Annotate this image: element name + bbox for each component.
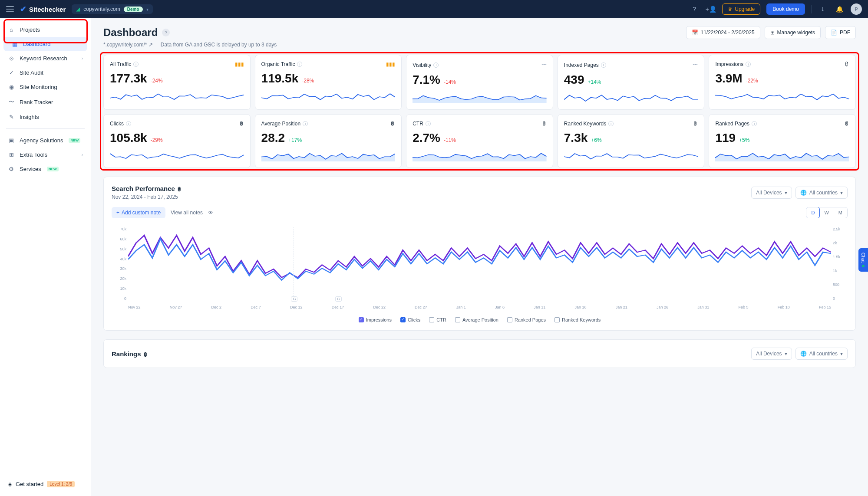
granularity-w[interactable]: W [819, 207, 833, 218]
sidebar-item-site-monitoring[interactable]: ◉Site Monitoring [0, 80, 91, 94]
info-icon[interactable]: i [752, 121, 757, 126]
help-icon[interactable]: ? [689, 4, 700, 14]
sidebar-item-dashboard[interactable]: ▦Dashboard [3, 37, 87, 51]
info-icon[interactable]: i [426, 121, 431, 126]
card-title: Impressions [715, 61, 743, 67]
legend-ctr[interactable]: CTR [429, 317, 446, 322]
info-icon[interactable]: i [297, 62, 302, 67]
sparkline [413, 93, 547, 103]
sidebar-label: Extra Tools [20, 151, 47, 158]
sparkline [715, 92, 849, 102]
sidebar-item-site-audit[interactable]: ✓Site Audit [0, 66, 91, 80]
info-icon[interactable]: i [133, 62, 139, 67]
nav-icon: ✎ [8, 114, 15, 120]
nav-icon: ⌂ [8, 26, 15, 33]
new-badge: NEW [69, 138, 80, 143]
metric-card-average-position[interactable]: Average Positioni🛢28.2+17% [255, 114, 402, 168]
legend-ranked-pages[interactable]: Ranked Pages [507, 317, 546, 322]
sparkline [261, 92, 396, 102]
add-user-icon[interactable]: +👤 [706, 4, 716, 14]
card-title: CTR [413, 121, 423, 127]
nav-icon: 〜 [8, 98, 15, 106]
info-icon[interactable]: i [433, 62, 439, 68]
info-icon[interactable]: i [303, 121, 308, 126]
metric-card-impressions[interactable]: Impressionsi🛢3.9M-22% [709, 55, 856, 110]
legend-impressions[interactable]: Impressions [359, 317, 392, 322]
card-title: Average Position [261, 121, 301, 127]
upgrade-button[interactable]: ♛Upgrade [722, 3, 760, 15]
sidebar-item-extra-tools[interactable]: ⊞Extra Tools› [0, 148, 91, 162]
export-pdf-button[interactable]: 📄PDF [825, 26, 856, 39]
metric-card-ranked-keywords[interactable]: Ranked Keywordsi🛢7.3k+6% [558, 114, 705, 168]
logo-mark-icon: ✔ [20, 4, 26, 14]
site-selector[interactable]: ◢ copywritely.com Demo ▾ [72, 4, 152, 14]
chevron-down-icon: ▾ [146, 7, 149, 12]
rankings-countries-dropdown[interactable]: 🌐All countries▾ [795, 348, 848, 360]
manage-widgets-button[interactable]: ⊞Manage widgets [765, 26, 821, 39]
sidebar-item-projects[interactable]: ⌂Projects [0, 23, 91, 37]
delay-note: Data from GA and GSC is delayed by up to… [161, 42, 277, 48]
grid-icon: ⊞ [770, 30, 775, 36]
download-icon[interactable]: ⤓ [818, 4, 828, 14]
granularity-d[interactable]: D [806, 207, 820, 218]
metric-card-indexed-pages[interactable]: Indexed Pagesi〜439+14% [558, 55, 705, 110]
section-title: Search Performance [112, 185, 175, 192]
source-icon: 🛢 [390, 121, 395, 127]
topbar: ✔ Sitechecker ◢ copywritely.com Demo ▾ ?… [0, 0, 868, 18]
checkbox-icon [455, 317, 460, 322]
metric-card-ctr[interactable]: CTRi🛢2.7%-11% [406, 114, 553, 168]
bell-icon[interactable]: 🔔 [834, 4, 845, 14]
chevron-right-icon: › [82, 56, 83, 61]
add-note-button[interactable]: +Add custom note [112, 207, 165, 218]
source-icon: 〜 [693, 61, 698, 69]
info-icon[interactable]: i [601, 62, 606, 68]
source-icon: 🛢 [693, 121, 698, 127]
legend-average-position[interactable]: Average Position [455, 317, 498, 322]
chat-tab[interactable]: Chat [858, 248, 868, 272]
metric-card-ranked-pages[interactable]: Ranked Pagesi🛢119+5% [709, 114, 856, 168]
sidebar-item-rank-tracker[interactable]: 〜Rank Tracker [0, 94, 91, 110]
metric-card-clicks[interactable]: Clicksi🛢105.8k-29% [103, 114, 251, 168]
metric-card-visibility[interactable]: Visibilityi〜7.1%-14% [406, 55, 553, 110]
metric-card-all-traffic[interactable]: All Traffici▮▮▮177.3k-24% [103, 55, 251, 110]
sidebar-item-insights[interactable]: ✎Insights [0, 110, 91, 124]
site-domain: copywritely.com [83, 6, 120, 12]
nav-icon: ⚙ [8, 166, 15, 172]
site-favicon-icon: ◢ [76, 6, 80, 12]
card-value: 439 [564, 73, 584, 87]
book-demo-button[interactable]: Book demo [766, 3, 805, 15]
countries-dropdown[interactable]: 🌐All countries▾ [795, 187, 848, 199]
metric-card-organic-traffic[interactable]: Organic Traffici▮▮▮119.5k-28% [255, 55, 402, 110]
info-icon[interactable]: i [608, 121, 614, 126]
eye-icon[interactable]: 👁 [208, 210, 213, 216]
gsc-icon: 🛢 [143, 352, 148, 357]
legend-clicks[interactable]: Clicks [400, 317, 420, 322]
sidebar-label: Projects [20, 26, 40, 33]
sidebar-item-agency-solutions[interactable]: ▣Agency SolutionsNEW [0, 133, 91, 148]
sidebar-label: Insights [20, 114, 39, 120]
devices-dropdown[interactable]: All Devices▾ [751, 187, 792, 199]
avatar[interactable]: P [851, 3, 862, 15]
logo[interactable]: ✔ Sitechecker [20, 4, 66, 14]
sidebar: ⌂Projects▦Dashboard⊙Keyword Research›✓Si… [0, 18, 91, 496]
card-delta: -29% [151, 137, 163, 143]
help-circle-icon[interactable]: ? [162, 29, 170, 36]
chevron-right-icon: › [82, 152, 83, 157]
nav-icon: ⊞ [8, 151, 15, 158]
info-icon[interactable]: i [746, 62, 751, 67]
main: Dashboard ? 📅11/22/2024 - 2/20/2025 ⊞Man… [91, 18, 868, 496]
view-notes-link[interactable]: View all notes [171, 210, 203, 216]
sidebar-getstarted[interactable]: ◈ Get started Level 1: 2/6 [0, 476, 91, 492]
sidebar-item-keyword-research[interactable]: ⊙Keyword Research› [0, 51, 91, 66]
granularity-m[interactable]: M [834, 207, 847, 218]
domain-pattern[interactable]: *.copywritely.com/* ↗ [103, 42, 153, 48]
rankings-devices-dropdown[interactable]: All Devices▾ [751, 348, 792, 360]
sparkline [261, 151, 396, 161]
legend-ranked-keywords[interactable]: Ranked Keywords [554, 317, 601, 322]
date-range-picker[interactable]: 📅11/22/2024 - 2/20/2025 [686, 26, 760, 39]
sidebar-item-services[interactable]: ⚙ServicesNEW [0, 162, 91, 176]
sidebar-label: Site Audit [20, 69, 43, 76]
new-badge: NEW [47, 167, 59, 171]
info-icon[interactable]: i [126, 121, 131, 126]
menu-icon[interactable] [6, 6, 14, 12]
